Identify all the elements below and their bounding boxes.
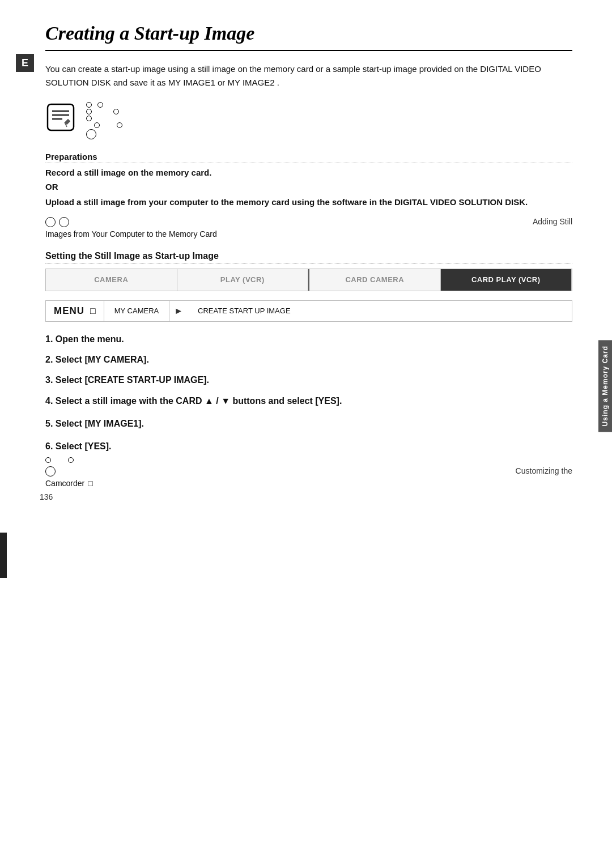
page-title: Creating a Start-up Image (45, 23, 572, 44)
steps-list: 1. Open the menu. 2. Select [MY CAMERA].… (45, 333, 572, 431)
adding-still-row: Adding Still (45, 217, 572, 227)
section-letter-badge: E (16, 54, 34, 72)
circle-large-dot (45, 466, 56, 476)
circle-dot (86, 102, 92, 108)
step-1: 1. Open the menu. (45, 333, 572, 346)
nav-my-camera: MY CAMERA (104, 301, 170, 321)
preparations-rule (45, 163, 572, 163)
camcorder-row: Camcorder □ (45, 479, 572, 488)
menu-word: MENU (54, 305, 84, 317)
circle-dot-large (86, 129, 96, 139)
circle-dot (117, 122, 122, 128)
intro-text: You can create a start-up image using a … (45, 62, 572, 90)
or-text: OR (45, 182, 572, 192)
circle-dot (86, 109, 92, 114)
page-number: 136 (40, 492, 53, 501)
menu-label-box: MENU □ (46, 301, 104, 321)
step-6-label: 6. Select [YES]. (45, 441, 572, 452)
record-still-text: Record a still image on the memory card. (45, 168, 572, 177)
sidebar-label: Using a Memory Card (598, 340, 612, 432)
notepad-icon (45, 102, 76, 133)
circle-icon (59, 217, 69, 227)
step-2: 2. Select [MY CAMERA]. (45, 354, 572, 366)
step-4: 4. Select a still image with the CARD ▲ … (45, 395, 572, 407)
step-6-section: 6. Select [YES]. Customizing the Camcord… (45, 441, 572, 488)
circle-dot (45, 457, 51, 463)
preparations-heading: Preparations (45, 152, 572, 161)
step-3: 3. Select [CREATE START-UP IMAGE]. (45, 374, 572, 386)
circle-dot (94, 122, 100, 128)
step-5: 5. Select [MY IMAGE1]. (45, 418, 572, 430)
bottom-circles: Customizing the (45, 457, 572, 476)
nav-create-start-up: CREATE START UP IMAGE (188, 301, 301, 321)
black-bar-decoration (0, 533, 7, 578)
mode-tabs-bar: CAMERA PLAY (VCR) CARD CAMERA CARD PLAY … (45, 269, 572, 291)
tab-card-camera[interactable]: CARD CAMERA (309, 269, 441, 291)
circle-dot (113, 109, 119, 114)
tab-camera[interactable]: CAMERA (46, 269, 177, 291)
upload-text: Upload a still image from your computer … (45, 196, 572, 209)
tab-card-play-vcr[interactable]: CARD PLAY (VCR) (441, 269, 572, 291)
title-rule (45, 50, 572, 51)
from-computer-text: Images from Your Computer to the Memory … (45, 229, 572, 239)
setting-still-rule (45, 263, 572, 264)
adding-still-left (45, 217, 69, 227)
circles-diagram (86, 102, 122, 139)
tab-play-vcr[interactable]: PLAY (VCR) (177, 269, 309, 291)
svg-rect-0 (48, 104, 74, 130)
setting-still-heading: Setting the Still Image as Start-up Imag… (45, 251, 572, 261)
circle-icon (45, 217, 56, 227)
circle-dot (97, 102, 103, 108)
circle-dot (68, 457, 74, 463)
camcorder-text: Camcorder (45, 479, 84, 488)
customizing-label: Customizing the (516, 466, 572, 475)
menu-nav-row: MENU □ MY CAMERA ► CREATE START UP IMAGE (45, 300, 572, 322)
nav-arrow-icon: ► (174, 306, 183, 316)
adding-still-label: Adding Still (533, 217, 572, 226)
customizing-row: Customizing the (45, 466, 572, 476)
circle-dot (86, 116, 92, 121)
book-icon-2: □ (88, 479, 92, 488)
diagram-area (45, 100, 572, 139)
book-icon: □ (90, 306, 96, 316)
